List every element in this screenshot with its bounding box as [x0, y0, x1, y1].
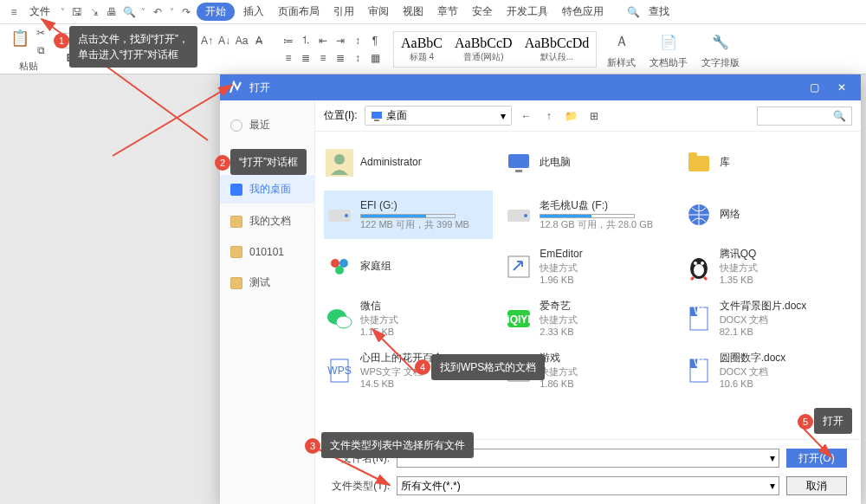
file-item[interactable]: W文件背景图片.docxDOCX 文档82.1 KB	[685, 296, 850, 341]
lib-icon	[685, 149, 713, 177]
align-center-icon[interactable]: ≣	[298, 50, 313, 66]
menu-search[interactable]: 查找	[643, 3, 675, 21]
cut-icon[interactable]: ✂	[33, 25, 48, 41]
file-item[interactable]: EFI (G:)122 MB 可用，共 399 MB	[324, 191, 493, 239]
close-icon[interactable]: ✕	[831, 79, 852, 96]
tab-start[interactable]: 开始	[197, 3, 235, 21]
redo-icon[interactable]: ↷	[179, 5, 193, 19]
file-item[interactable]: 老毛桃U盘 (F:)12.8 GB 可用，共 28.0 GB	[505, 192, 670, 237]
preview-icon[interactable]: 🔍	[122, 5, 136, 19]
newstyle-icon[interactable]: Ａ	[614, 29, 630, 55]
annotation-tip-2: “打开”对话框	[230, 149, 307, 175]
svg-point-3	[334, 154, 345, 165]
tab-review[interactable]: 审阅	[363, 3, 394, 21]
tab-special[interactable]: 特色应用	[557, 3, 609, 21]
filetype-label: 文件类型(T):	[329, 479, 390, 494]
view-icon[interactable]: ⊞	[586, 108, 602, 124]
nav-up-icon[interactable]: ↑	[541, 108, 557, 124]
search-input[interactable]: 🔍	[757, 107, 852, 126]
dialog-titlebar[interactable]: 打开 ▢ ✕	[220, 74, 861, 100]
qq-icon	[685, 253, 713, 281]
file-item[interactable]: W圆圈数字.docxDOCX 文档10.6 KB	[685, 348, 850, 393]
nav-back-icon[interactable]: ←	[519, 108, 534, 124]
numlist-icon[interactable]: ⒈	[298, 33, 313, 48]
tab-section[interactable]: 章节	[432, 3, 463, 21]
copy-icon[interactable]: ⧉	[33, 42, 48, 58]
file-item[interactable]: 家庭组	[326, 244, 491, 289]
svg-point-22	[336, 316, 352, 328]
svg-text:WPS: WPS	[327, 365, 351, 377]
filetype-select[interactable]: 所有文件(*.*)▾	[397, 476, 779, 495]
file-item[interactable]: EmEditor快捷方式1.96 KB	[505, 244, 670, 289]
export-icon[interactable]: ⭸	[87, 5, 101, 19]
para-icon[interactable]: ¶	[367, 33, 383, 48]
upper-icon[interactable]: Aa	[234, 33, 249, 48]
chevron-down-icon: ▾	[770, 452, 775, 464]
doctool-icon[interactable]: 📄	[661, 29, 676, 55]
undo-icon[interactable]: ↶	[151, 5, 165, 19]
svg-rect-0	[372, 112, 382, 119]
sidebar-item-docs[interactable]: 我的文档	[220, 207, 314, 236]
tab-insert[interactable]: 插入	[238, 3, 269, 21]
menu-file[interactable]: 文件	[24, 3, 55, 21]
svg-point-9	[345, 214, 348, 217]
file-item[interactable]: 库	[685, 140, 850, 185]
clear-icon[interactable]: A̶	[251, 33, 267, 48]
annotation-tip-3: 文件类型列表中选择所有文件	[321, 432, 474, 458]
shortcut-icon	[505, 253, 533, 281]
maximize-icon[interactable]: ▢	[804, 79, 824, 96]
newfolder-icon[interactable]: 📁	[564, 108, 579, 124]
location-bar: 位置(I): 桌面 ▾ ← ↑ 📁 ⊞ 🔍	[315, 100, 861, 132]
user-icon	[326, 149, 353, 177]
annotation-tip-1: 点击文件，找到“打开”，单击进入“打开”对话框	[69, 26, 197, 68]
file-item[interactable]: 此电脑	[505, 140, 670, 185]
file-item[interactable]: 网络	[685, 192, 850, 237]
print-icon[interactable]: 🖶	[105, 5, 119, 19]
justify-icon[interactable]: ≣	[333, 50, 348, 66]
grow-font-icon[interactable]: A↑	[199, 33, 215, 48]
location-select[interactable]: 桌面 ▾	[365, 106, 512, 126]
file-item[interactable]: 腾讯QQ快捷方式1.35 KB	[685, 244, 850, 289]
align-left-icon[interactable]: ≡	[281, 50, 296, 66]
svg-text:W: W	[694, 305, 704, 317]
indent-left-icon[interactable]: ⇤	[315, 33, 331, 48]
annotation-badge-3: 3	[305, 438, 320, 454]
annotation-badge-5: 5	[798, 414, 813, 430]
sidebar-item-folder1[interactable]: 010101	[220, 239, 314, 265]
tab-security[interactable]: 安全	[467, 3, 498, 21]
svg-rect-7	[688, 152, 697, 158]
file-item[interactable]: 微信快捷方式1.15 KB	[326, 296, 491, 341]
list-icon[interactable]: ≔	[281, 33, 296, 48]
hamburger-icon[interactable]: ≡	[7, 5, 21, 19]
align-right-icon[interactable]: ≡	[315, 50, 331, 66]
sidebar-item-folder2[interactable]: 测试	[220, 268, 314, 297]
paste-icon[interactable]: 📋	[9, 25, 31, 51]
file-item[interactable]: Administrator	[326, 140, 491, 185]
tab-dev[interactable]: 开发工具	[501, 3, 553, 21]
svg-point-18	[694, 264, 704, 276]
file-item[interactable]: iQIYI爱奇艺快捷方式2.33 KB	[505, 296, 670, 341]
sidebar-item-desktop[interactable]: 我的桌面	[220, 175, 314, 204]
sidebar-item-recent[interactable]: 最近	[220, 111, 314, 139]
cancel-button[interactable]: 取消	[786, 476, 847, 495]
open-button[interactable]: 打开(O)	[786, 449, 847, 468]
shrink-font-icon[interactable]: A↓	[216, 33, 232, 48]
docx-icon: W	[685, 305, 713, 333]
texttool-icon[interactable]: 🔧	[713, 29, 728, 55]
svg-text:iQIYI: iQIYI	[507, 313, 531, 326]
svg-rect-4	[508, 154, 529, 168]
annotation-badge-1: 1	[54, 33, 69, 48]
style-gallery[interactable]: AaBbC标题 4 AaBbCcD普通(网站) AaBbCcDd默认段...	[393, 31, 597, 68]
search-icon[interactable]: 🔍	[626, 5, 640, 19]
pc-icon	[505, 149, 533, 177]
indent-right-icon[interactable]: ⇥	[333, 33, 348, 48]
tab-layout[interactable]: 页面布局	[273, 3, 325, 21]
shading-icon[interactable]: ▦	[367, 50, 383, 66]
chevron-down-icon: ▾	[501, 110, 506, 122]
save-icon[interactable]: 🖫	[70, 5, 84, 19]
sort-icon[interactable]: ↕	[350, 33, 365, 48]
linespace-icon[interactable]: ↕	[350, 50, 365, 66]
tab-ref[interactable]: 引用	[328, 3, 359, 21]
tab-view[interactable]: 视图	[397, 3, 429, 21]
dialog-title: 打开	[249, 81, 270, 95]
